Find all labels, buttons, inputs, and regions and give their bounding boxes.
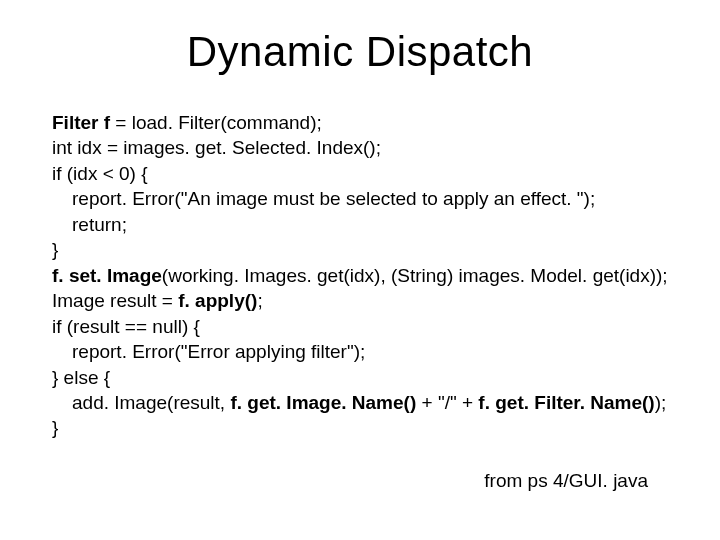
code-line: return; <box>52 212 672 237</box>
code-line: if (result == null) { <box>52 314 672 339</box>
code-line: report. Error("An image must be selected… <box>52 186 672 211</box>
code-bold: f. get. Image. Name() <box>230 392 416 413</box>
code-bold: f. set. Image <box>52 265 162 286</box>
slide: Dynamic Dispatch Filter f = load. Filter… <box>0 0 720 540</box>
code-line: report. Error("Error applying filter"); <box>52 339 672 364</box>
code-line: f. set. Image(working. Images. get(idx),… <box>52 263 672 288</box>
code-line: Filter f = load. Filter(command); <box>52 110 672 135</box>
slide-title: Dynamic Dispatch <box>0 28 720 76</box>
code-line: } <box>52 415 672 440</box>
code-line: if (idx < 0) { <box>52 161 672 186</box>
code-text: add. Image(result, <box>72 392 230 413</box>
code-line: int idx = images. get. Selected. Index()… <box>52 135 672 160</box>
code-bold: Filter f <box>52 112 110 133</box>
code-text: ; <box>257 290 262 311</box>
code-line: } <box>52 237 672 262</box>
code-text: (working. Images. get(idx), (String) ima… <box>162 265 668 286</box>
code-block: Filter f = load. Filter(command); int id… <box>52 110 672 441</box>
code-bold: f. apply() <box>178 290 257 311</box>
code-bold: f. get. Filter. Name() <box>478 392 654 413</box>
code-line: add. Image(result, f. get. Image. Name()… <box>52 390 672 415</box>
code-text: + "/" + <box>416 392 478 413</box>
code-text: = load. Filter(command); <box>110 112 322 133</box>
code-line: Image result = f. apply(); <box>52 288 672 313</box>
code-text: ); <box>655 392 667 413</box>
code-text: Image result = <box>52 290 178 311</box>
code-line: } else { <box>52 365 672 390</box>
attribution-text: from ps 4/GUI. java <box>484 470 648 492</box>
